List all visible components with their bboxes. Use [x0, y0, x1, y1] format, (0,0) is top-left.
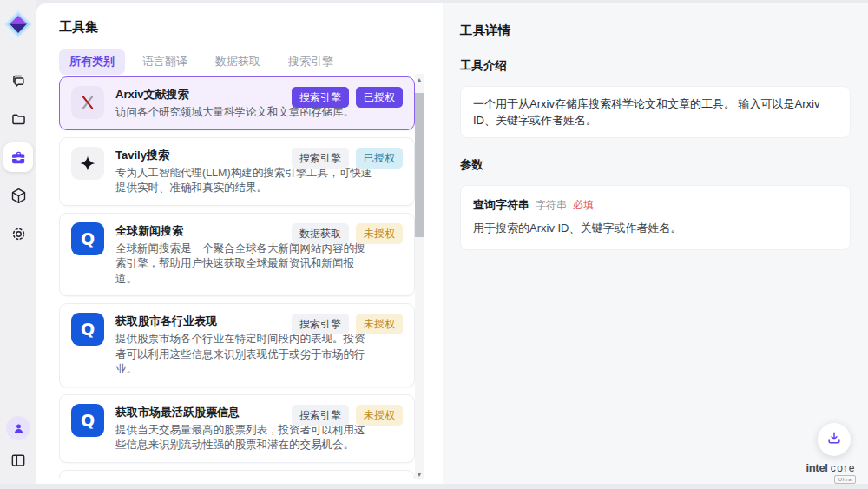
tab-2[interactable]: 数据获取: [205, 49, 271, 75]
app-logo-diamond-icon[interactable]: [3, 10, 33, 39]
tool-card-0[interactable]: Arxiv文献搜索访问各个研究领域大量科学论文和文章的存储库。搜索引擎已授权: [59, 76, 415, 130]
param-header: 查询字符串 字符串 必填: [473, 197, 838, 213]
intel-core-logo: intel core Ultra: [806, 461, 856, 484]
sidebar-item-settings[interactable]: [3, 215, 34, 253]
download-icon: [825, 429, 843, 450]
intel-brand-text: intel: [806, 461, 827, 474]
user-avatar[interactable]: [6, 416, 30, 440]
chat-icon: [3, 66, 33, 96]
scrollbar-thumb[interactable]: [415, 93, 424, 237]
tool-tags: 搜索引擎未授权: [292, 314, 403, 334]
detail-title: 工具详情: [460, 23, 851, 39]
tool-description: 专为人工智能代理(LLM)构建的搜索引擎工具，可快速提供实时、准确和真实的结果。: [115, 166, 372, 196]
intel-ultra-badge: Ultra: [834, 475, 856, 484]
intro-heading: 工具介绍: [460, 58, 851, 74]
tool-tags: 搜索引擎未授权: [292, 405, 403, 426]
param-desc: 用于搜索的Arxiv ID、关键字或作者姓名。: [473, 221, 838, 236]
category-badge: 搜索引擎: [292, 405, 349, 426]
auth-status-badge: 已授权: [356, 148, 403, 169]
news-icon: [71, 479, 104, 480]
tab-3[interactable]: 搜索引擎: [278, 49, 344, 75]
layout-icon: [10, 452, 27, 469]
auth-status-badge: 未授权: [356, 223, 403, 244]
sidebar-nav: [3, 62, 34, 253]
folder-icon: [3, 104, 33, 134]
package-icon: [3, 181, 33, 210]
tool-tags: 数据获取未授权: [292, 223, 403, 244]
auth-status-badge: 未授权: [356, 314, 403, 334]
tab-1[interactable]: 语言翻译: [132, 49, 198, 75]
category-badge: 搜索引擎: [292, 148, 349, 169]
scrollbar[interactable]: ▲ ▼: [415, 74, 424, 479]
tool-card-5[interactable]: 万维地区新闻查询查询具体行政区划内的新闻，快速了解各地新闻动搜索引擎未授权: [59, 470, 415, 480]
auth-status-badge: 已授权: [356, 87, 403, 108]
auth-status-badge: 未授权: [356, 405, 403, 426]
param-required-badge: 必填: [573, 198, 594, 213]
tool-card-3[interactable]: Q获取股市各行业表现提供股票市场各个行业在特定时间段内的表现。投资者可以利用这些…: [59, 303, 415, 387]
category-badge: 数据获取: [292, 223, 349, 244]
tool-description: 提供股票市场各个行业在特定时间段内的表现。投资者可以利用这些信息来识别表现优于或…: [115, 332, 372, 378]
qblue-icon: Q: [71, 404, 104, 437]
tool-tags: 搜索引擎已授权: [292, 148, 403, 169]
sidebar-item-folder[interactable]: [3, 100, 34, 138]
intel-core-text: core: [831, 462, 856, 474]
tool-card-2[interactable]: Q全球新闻搜索全球新闻搜索是一个聚合全球各大新闻网站内容的搜索引擎，帮助用户快速…: [59, 213, 415, 297]
tab-0[interactable]: 所有类别: [59, 49, 125, 75]
param-name: 查询字符串: [473, 197, 529, 213]
tool-detail-panel: 工具详情 工具介绍 一个用于从Arxiv存储库搜索科学论文和文章的工具。 输入可…: [443, 3, 868, 484]
user-icon: [11, 421, 26, 436]
qblue-icon: Q: [71, 222, 104, 255]
sidebar-item-layout[interactable]: [3, 447, 34, 473]
toolbox-icon: [3, 142, 33, 172]
tool-card-1[interactable]: Tavily搜索专为人工智能代理(LLM)构建的搜索引擎工具，可快速提供实时、准…: [59, 137, 415, 206]
tavily-icon: [71, 147, 104, 180]
sidebar: [0, 0, 36, 484]
sidebar-bottom: [3, 416, 34, 473]
settings-icon: [3, 219, 33, 248]
arxiv-icon: [71, 86, 104, 119]
download-button[interactable]: [818, 423, 851, 456]
intro-card: 一个用于从Arxiv存储库搜索科学论文和文章的工具。 输入可以是Arxiv ID…: [460, 86, 851, 138]
sidebar-item-package[interactable]: [3, 176, 34, 215]
tool-tags: 搜索引擎已授权: [292, 87, 403, 108]
sidebar-item-toolbox[interactable]: [3, 138, 34, 176]
param-card: 查询字符串 字符串 必填 用于搜索的Arxiv ID、关键字或作者姓名。: [460, 185, 851, 250]
tool-description: 提供当天交易量最高的股票列表，投资者可以利用这些信息来识别流动性强的股票和潜在的…: [115, 423, 372, 453]
sidebar-item-chat[interactable]: [3, 62, 34, 100]
category-badge: 搜索引擎: [292, 87, 349, 108]
tool-description: 全球新闻搜索是一个聚合全球各大新闻网站内容的搜索引擎，帮助用户快速获取全球最新资…: [115, 241, 372, 287]
scrollbar-down-icon[interactable]: ▼: [415, 469, 424, 479]
params-heading: 参数: [460, 157, 851, 173]
category-tabs: 所有类别语言翻译数据获取搜索引擎: [59, 49, 344, 75]
tool-list: Arxiv文献搜索访问各个研究领域大量科学论文和文章的存储库。搜索引擎已授权Ta…: [59, 76, 415, 479]
page-title: 工具集: [59, 19, 98, 36]
category-badge: 搜索引擎: [292, 314, 349, 334]
tool-card-4[interactable]: Q获取市场最活跃股票信息提供当天交易量最高的股票列表，投资者可以利用这些信息来识…: [59, 394, 415, 463]
qblue-icon: Q: [71, 313, 104, 346]
param-type: 字符串: [536, 198, 567, 213]
scrollbar-up-icon[interactable]: ▲: [415, 74, 424, 84]
app-root: 工具集 所有类别语言翻译数据获取搜索引擎 Arxiv文献搜索访问各个研究领域大量…: [0, 0, 868, 489]
tools-panel: 工具集 所有类别语言翻译数据获取搜索引擎 Arxiv文献搜索访问各个研究领域大量…: [36, 3, 443, 484]
